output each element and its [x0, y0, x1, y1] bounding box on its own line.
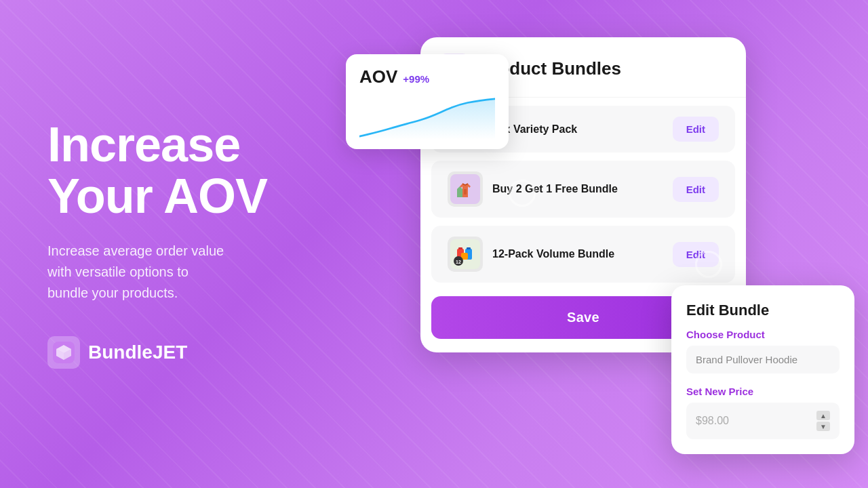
- left-panel: Increase Your AOV Increase average order…: [0, 0, 326, 488]
- choose-product-label: Choose Product: [686, 329, 840, 340]
- price-stepper[interactable]: ▲ ▼: [816, 411, 830, 431]
- svg-rect-13: [458, 247, 462, 249]
- aov-chart: [359, 94, 495, 142]
- bundlejet-logo-icon: [47, 336, 80, 369]
- svg-text:12: 12: [456, 260, 461, 264]
- brand-row: BundleJET: [47, 336, 292, 369]
- choose-product-input[interactable]: Brand Pullover Hoodie: [686, 346, 840, 373]
- bundle-thumb-2: [448, 171, 483, 207]
- bundle-item-name-3: 12-Pack Volume Bundle: [492, 248, 614, 260]
- set-price-label: Set New Price: [686, 386, 840, 397]
- svg-rect-15: [467, 247, 471, 249]
- brand-name: BundleJET: [88, 342, 187, 363]
- price-decrement-button[interactable]: ▼: [816, 422, 830, 431]
- price-value: $98.00: [696, 415, 729, 427]
- hero-title: Increase Your AOV: [47, 119, 292, 222]
- price-row: $98.00 ▲ ▼: [686, 403, 840, 439]
- svg-rect-10: [464, 189, 467, 195]
- edit-button-2[interactable]: Edit: [673, 177, 719, 202]
- connector-2: [695, 251, 722, 278]
- edit-bundle-title: Edit Bundle: [686, 302, 840, 319]
- edit-bundle-card: Edit Bundle Choose Product Brand Pullove…: [671, 285, 854, 454]
- right-panel: AOV +99%: [326, 0, 868, 488]
- bundle-item-2: Buy 2 Get 1 Free Bundle Edit: [431, 161, 735, 218]
- connector-1: [509, 180, 536, 207]
- bundle-item-left-3: 12 12-Pack Volume Bundle: [448, 237, 614, 272]
- aov-card: AOV +99%: [346, 54, 509, 149]
- bundle-thumb-3: 12: [448, 237, 483, 272]
- price-increment-button[interactable]: ▲: [816, 411, 830, 420]
- hero-subtitle: Increase average order value with versat…: [47, 241, 292, 304]
- aov-percent: +99%: [403, 73, 429, 85]
- aov-label: AOV: [359, 66, 397, 87]
- bundle-item-3: 12 12-Pack Volume Bundle Edit: [431, 226, 735, 283]
- edit-button-1[interactable]: Edit: [673, 117, 719, 142]
